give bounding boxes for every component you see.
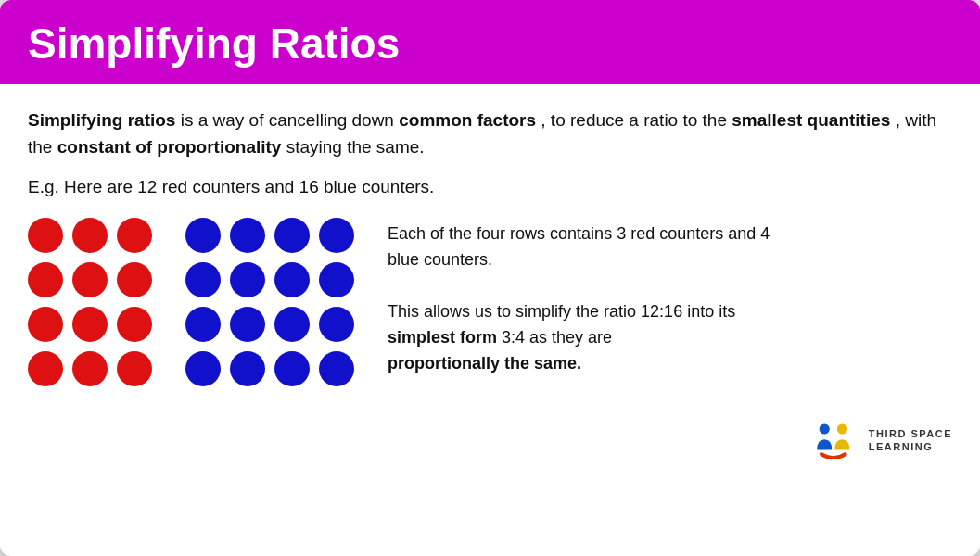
dot bbox=[319, 307, 354, 342]
logo-area: THIRD SPACE LEARNING bbox=[813, 422, 952, 459]
dot bbox=[72, 218, 108, 253]
dot bbox=[274, 262, 310, 297]
dot bbox=[28, 218, 63, 253]
example-paragraph: E.g. Here are 12 red counters and 16 blu… bbox=[28, 177, 952, 197]
dots-area bbox=[28, 218, 354, 386]
dot bbox=[230, 218, 265, 253]
dot bbox=[274, 351, 310, 386]
dot bbox=[28, 262, 63, 297]
red-dot-grid bbox=[28, 218, 152, 386]
intro-bold-common-factors: common factors bbox=[399, 110, 536, 130]
dot bbox=[72, 307, 108, 342]
dot bbox=[72, 262, 108, 297]
dot bbox=[185, 351, 221, 386]
dot bbox=[319, 351, 354, 386]
footer: THIRD SPACE LEARNING bbox=[0, 411, 980, 468]
logo-text: THIRD SPACE LEARNING bbox=[869, 427, 952, 454]
dot bbox=[185, 307, 221, 342]
dot bbox=[72, 351, 108, 386]
explanation-line2: This allows us to simplify the ratio 12:… bbox=[388, 302, 735, 321]
explanation-bold-simplest: simplest form bbox=[388, 328, 497, 347]
header-section: Simplifying Ratios bbox=[0, 0, 980, 84]
explanation-line1: Each of the four rows contains 3 red cou… bbox=[388, 224, 770, 269]
dot bbox=[230, 307, 265, 342]
intro-paragraph: Simplifying ratios is a way of cancellin… bbox=[28, 107, 952, 161]
intro-bold-simplifying: Simplifying ratios bbox=[28, 110, 175, 130]
counters-section: Each of the four rows contains 3 red cou… bbox=[28, 218, 952, 386]
dot bbox=[230, 262, 265, 297]
dot bbox=[117, 262, 152, 297]
dot bbox=[117, 351, 152, 386]
dot bbox=[274, 307, 310, 342]
main-content: Simplifying ratios is a way of cancellin… bbox=[0, 84, 980, 404]
logo-icon bbox=[813, 422, 859, 459]
dot bbox=[28, 307, 63, 342]
intro-text-2: , to reduce a ratio to the bbox=[541, 110, 732, 130]
card: Simplifying Ratios Simplifying ratios is… bbox=[0, 0, 980, 556]
intro-text-4: staying the same. bbox=[286, 137, 425, 157]
dot bbox=[117, 218, 152, 253]
svg-point-1 bbox=[837, 424, 847, 435]
dot bbox=[319, 218, 354, 253]
explanation-line3: 3:4 as they are bbox=[497, 328, 612, 347]
explanation-text: Each of the four rows contains 3 red cou… bbox=[388, 218, 777, 376]
svg-point-0 bbox=[819, 424, 829, 435]
dot bbox=[319, 262, 354, 297]
dot bbox=[28, 351, 63, 386]
dot bbox=[185, 218, 221, 253]
blue-dot-grid bbox=[185, 218, 354, 386]
intro-bold-smallest: smallest quantities bbox=[732, 110, 890, 130]
dot bbox=[274, 218, 310, 253]
dot bbox=[185, 262, 221, 297]
explanation-bold-proportionally: proportionally the same. bbox=[388, 354, 581, 373]
dot bbox=[230, 351, 265, 386]
page-title: Simplifying Ratios bbox=[28, 20, 952, 68]
intro-text-1: is a way of cancelling down bbox=[181, 110, 400, 130]
intro-bold-constant: constant of proportionality bbox=[57, 137, 282, 157]
dot bbox=[117, 307, 152, 342]
